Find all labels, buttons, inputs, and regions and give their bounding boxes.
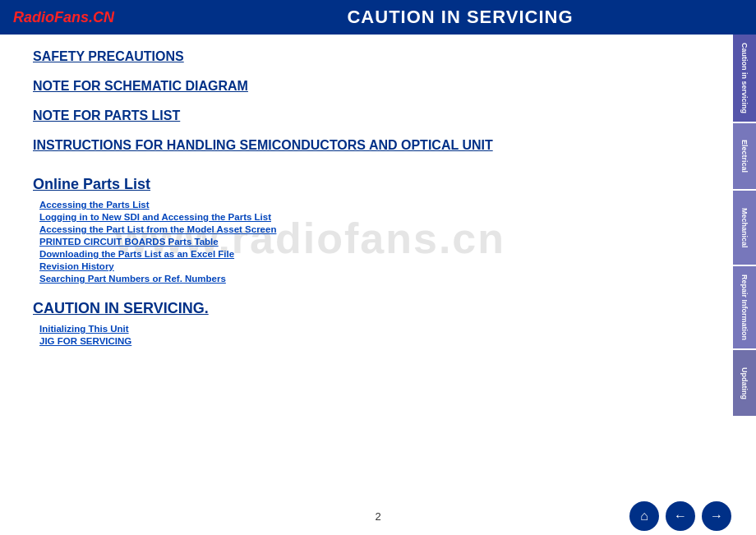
link-revision-history[interactable]: Revision History [39,261,682,271]
tab-updating[interactable]: Updating [733,350,756,416]
forward-icon: → [710,509,723,523]
home-icon: ⌂ [640,509,648,523]
section-caution-in-servicing: CAUTION IN SERVICING. Initializing This … [33,292,682,346]
link-logging-in[interactable]: Logging in to New SDI and Accessing the … [39,212,682,222]
header: RadioFans.CN CAUTION IN SERVICING [0,0,756,35]
link-jig-for-servicing[interactable]: JIG FOR SERVICING [39,336,682,346]
caution-in-servicing-links: Initializing This Unit JIG FOR SERVICING [39,324,682,346]
footer-navigation: ⌂ ← → [629,501,731,531]
forward-button[interactable]: → [702,501,731,531]
page-title: CAUTION IN SERVICING [177,7,743,28]
link-initializing-unit[interactable]: Initializing This Unit [39,324,682,334]
back-icon: ← [674,509,687,523]
link-note-schematic[interactable]: NOTE FOR SCHEMATIC DIAGRAM [33,79,682,94]
link-accessing-model-asset[interactable]: Accessing the Part List from the Model A… [39,224,682,234]
section-online-parts-list: Online Parts List Accessing the Parts Li… [33,168,682,284]
tab-caution-in-servicing[interactable]: Caution in servicing [733,35,756,122]
tab-repair-information[interactable]: Repair Information [733,266,756,348]
home-button[interactable]: ⌂ [629,501,659,531]
link-pcb-parts-table[interactable]: PRINTED CIRCUIT BOARDS Parts Table [39,237,682,247]
online-parts-list-links: Accessing the Parts List Logging in to N… [39,200,682,284]
brand-logo: RadioFans.CN [13,9,177,26]
page-number: 2 [375,510,380,523]
link-note-parts-list[interactable]: NOTE FOR PARTS LIST [33,108,682,123]
link-accessing-parts-list[interactable]: Accessing the Parts List [39,200,682,210]
section-heading-caution-in-servicing[interactable]: CAUTION IN SERVICING. [33,300,209,317]
link-instructions-semiconductors[interactable]: INSTRUCTIONS FOR HANDLING SEMICONDUCTORS… [33,138,682,153]
main-content: SAFETY PRECAUTIONS NOTE FOR SCHEMATIC DI… [0,35,715,369]
link-searching-part-numbers[interactable]: Searching Part Numbers or Ref. Numbers [39,274,682,284]
link-safety-precautions[interactable]: SAFETY PRECAUTIONS [33,49,682,64]
sidebar-tabs: Caution in servicing Electrical Mechanic… [733,35,756,417]
link-downloading-excel[interactable]: Downloading the Parts List as an Excel F… [39,249,682,259]
footer: 2 ⌂ ← → [0,497,756,535]
section-heading-online-parts-list[interactable]: Online Parts List [33,176,150,193]
tab-mechanical[interactable]: Mechanical [733,191,756,265]
tab-electrical[interactable]: Electrical [733,123,756,189]
back-button[interactable]: ← [666,501,695,531]
